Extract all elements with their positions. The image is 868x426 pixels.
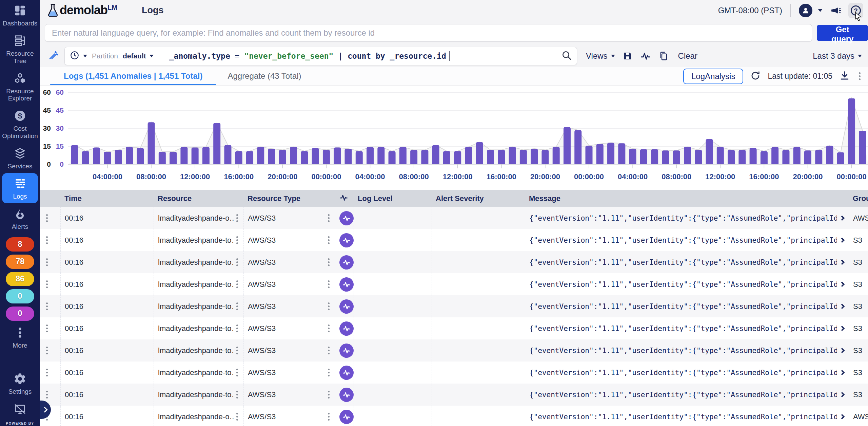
kebab-menu[interactable] (234, 322, 240, 334)
chart-bar[interactable] (804, 150, 811, 164)
table-row[interactable]: 00:16lmadityadeshpande-to…AWS/S3{"eventV… (40, 339, 868, 362)
chart-bar[interactable] (771, 147, 778, 164)
history-caret-icon[interactable] (83, 55, 87, 57)
sidebar-item-resource-explorer[interactable]: Resource Explorer (2, 68, 38, 106)
chart-bar[interactable] (334, 148, 341, 164)
column-header-resource-type[interactable]: Resource Type (243, 190, 335, 207)
chart-bar[interactable] (410, 150, 417, 164)
chart-bar[interactable] (432, 145, 439, 164)
kebab-menu[interactable] (326, 278, 332, 290)
chart-bar[interactable] (738, 150, 746, 164)
anomaly-chart[interactable]: 00151530304545606004:00:0008:00:0012:00:… (40, 86, 868, 190)
chart-bar[interactable] (662, 150, 669, 164)
kebab-menu[interactable] (44, 322, 50, 334)
chart-bar[interactable] (564, 127, 571, 164)
resource-value[interactable]: lmadityadeshpande-to… (158, 258, 234, 267)
expand-message-icon[interactable] (840, 260, 845, 265)
kebab-menu[interactable] (326, 367, 332, 378)
chart-bar[interactable] (531, 149, 538, 164)
chart-bar[interactable] (377, 147, 384, 164)
resource-value[interactable]: lmadityadeshpande-to… (158, 368, 234, 377)
kebab-menu[interactable] (234, 367, 240, 378)
partition-value[interactable]: default (123, 52, 146, 60)
chart-bar[interactable] (476, 142, 483, 164)
download-button[interactable] (839, 70, 850, 82)
anomaly-indicator-icon[interactable] (339, 410, 354, 424)
chart-bar[interactable] (574, 130, 581, 164)
kebab-menu[interactable] (44, 234, 50, 246)
table-row[interactable]: 00:16lmadityadeshpande-to…AWS/S3{"eventV… (40, 317, 868, 339)
sidebar-item-services[interactable]: Services (2, 143, 38, 173)
table-row[interactable]: 00:16lmadityadeshpande-to…AWS/S3{"eventV… (40, 251, 868, 273)
chart-bar[interactable] (618, 143, 625, 164)
partition-caret-icon[interactable] (150, 55, 154, 57)
chart-bar[interactable] (137, 148, 144, 164)
chart-bar[interactable] (213, 123, 220, 164)
chart-bar[interactable] (192, 148, 199, 164)
kebab-menu[interactable] (326, 411, 332, 423)
chart-bar[interactable] (389, 151, 396, 164)
anomaly-indicator-icon[interactable] (339, 366, 354, 380)
resource-value[interactable]: lmadityadeshpande-to… (158, 390, 234, 399)
tab-logs[interactable]: Logs (1,451 Anomalies | 1,451 Total) (62, 68, 204, 85)
chart-bar[interactable] (837, 152, 844, 164)
chart-bar[interactable] (487, 150, 494, 164)
resource-type-value[interactable]: AWS/S3 (248, 258, 276, 267)
chart-bar[interactable] (443, 151, 450, 164)
nlq-input[interactable] (45, 24, 812, 42)
chart-bar[interactable] (826, 146, 833, 164)
chart-bar[interactable] (126, 147, 133, 164)
kebab-menu[interactable] (234, 278, 240, 290)
sidebar-item-alerts[interactable]: Alerts (2, 203, 38, 234)
user-menu-caret-icon[interactable] (818, 9, 823, 12)
chart-bar[interactable] (541, 150, 549, 164)
chart-bar[interactable] (629, 149, 636, 164)
chart-bar[interactable] (279, 150, 286, 164)
anomaly-indicator-icon[interactable] (339, 344, 354, 358)
resource-type-value[interactable]: AWS/S3 (248, 302, 276, 311)
get-query-button[interactable]: Get query (817, 25, 868, 41)
chart-bar[interactable] (159, 152, 166, 164)
chart-bar[interactable] (498, 150, 505, 164)
alert-count-badge[interactable]: 86 (6, 272, 34, 286)
chart-bar[interactable] (180, 147, 188, 164)
resource-type-value[interactable]: AWS/S3 (248, 324, 276, 333)
alert-count-badge[interactable]: 0 (6, 307, 34, 321)
chart-bar[interactable] (301, 151, 308, 164)
expand-message-icon[interactable] (840, 348, 845, 353)
chart-bar[interactable] (793, 147, 801, 164)
kebab-menu[interactable] (326, 345, 332, 356)
expand-message-icon[interactable] (840, 238, 845, 243)
kebab-menu[interactable] (326, 322, 332, 334)
resource-type-value[interactable]: AWS/S3 (248, 236, 276, 245)
kebab-menu[interactable] (326, 389, 332, 401)
column-header-time[interactable]: Time (60, 190, 154, 207)
resource-value[interactable]: lmadityadeshpande-to… (158, 280, 234, 289)
chart-bar[interactable] (684, 147, 691, 164)
chart-bar[interactable] (706, 139, 713, 164)
sidebar-item-dashboards[interactable]: Dashboards (2, 0, 38, 30)
column-header-message[interactable]: Message (525, 190, 849, 207)
chart-bar[interactable] (148, 122, 155, 164)
table-row[interactable]: 00:16lmadityadeshpande-to…AWS/S3{"eventV… (40, 384, 868, 406)
kebab-menu[interactable] (234, 345, 240, 356)
chart-bar[interactable] (454, 151, 461, 164)
kebab-menu[interactable] (234, 411, 240, 423)
message-value[interactable]: {"eventVersion":"1.11","userIdentity":{"… (529, 347, 837, 355)
resource-type-value[interactable]: AWS/S3 (248, 280, 276, 289)
anomaly-indicator-icon[interactable] (339, 321, 354, 336)
resource-type-value[interactable]: AWS/S3 (248, 214, 276, 223)
query-text[interactable]: _anomaly.type = "never_before_seen" | co… (169, 51, 450, 61)
chart-bar[interactable] (465, 147, 472, 164)
chart-bar[interactable] (782, 150, 789, 164)
chart-bar[interactable] (82, 151, 89, 164)
help-button[interactable]: ? (848, 3, 863, 18)
expand-message-icon[interactable] (840, 414, 845, 420)
message-value[interactable]: {"eventVersion":"1.11","userIdentity":{"… (529, 391, 837, 399)
chart-bar[interactable] (290, 147, 297, 164)
anomaly-indicator-icon[interactable] (339, 211, 354, 225)
resource-value[interactable]: lmadityadeshpande-to… (158, 302, 234, 311)
chart-bar[interactable] (520, 150, 527, 164)
chart-bar[interactable] (367, 147, 374, 164)
sidebar-item-logs[interactable]: Logs (2, 173, 38, 203)
